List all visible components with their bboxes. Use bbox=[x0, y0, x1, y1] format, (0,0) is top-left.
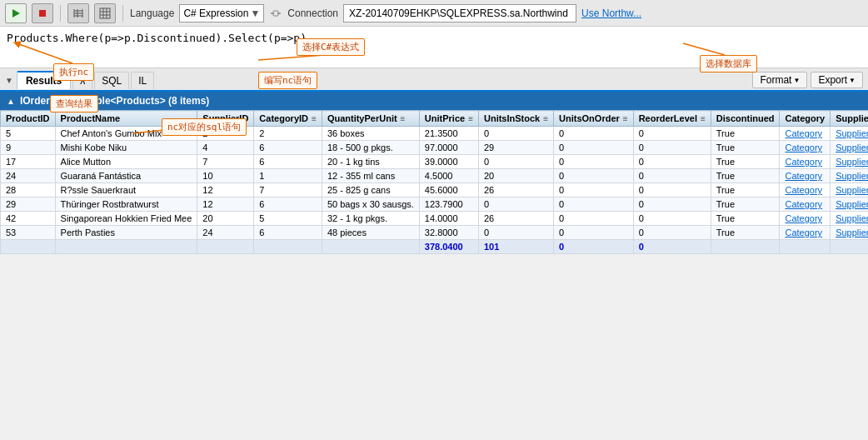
table-cell[interactable]: Category bbox=[780, 198, 831, 212]
table-cell[interactable]: Supplier bbox=[831, 198, 868, 212]
table-cell: Thüringer Rostbratwurst bbox=[55, 198, 197, 212]
table-cell: 26 bbox=[478, 183, 553, 198]
table-cell: 17 bbox=[1, 155, 56, 169]
format-button[interactable]: Format ▼ bbox=[752, 72, 807, 88]
total-cell: 378.0400 bbox=[419, 240, 478, 254]
total-cell bbox=[780, 240, 831, 254]
table-cell[interactable]: Category bbox=[780, 127, 831, 141]
table-cell[interactable]: Category bbox=[780, 183, 831, 198]
table-cell: 0 bbox=[478, 127, 553, 141]
table-cell: 0 bbox=[633, 198, 711, 212]
table-cell: 5 bbox=[254, 212, 322, 226]
table-cell: 0 bbox=[633, 155, 711, 169]
table-cell: 6 bbox=[254, 155, 322, 169]
format-dropdown-arrow: ▼ bbox=[793, 77, 800, 84]
table-cell: 0 bbox=[554, 226, 634, 240]
tab-sql-label: SQL bbox=[102, 75, 122, 87]
total-cell bbox=[197, 240, 254, 254]
table-cell: 4 bbox=[197, 141, 254, 155]
annotation-select-db: 选择数据库 bbox=[700, 55, 757, 72]
use-northwind-link[interactable]: Use Northw... bbox=[581, 8, 641, 19]
export-dropdown-arrow: ▼ bbox=[849, 77, 856, 84]
total-cell bbox=[322, 240, 419, 254]
col-header-qty: QuantityPerUnit bbox=[322, 111, 419, 127]
table-cell: 6 bbox=[254, 226, 322, 240]
table-cell: 6 bbox=[254, 198, 322, 212]
upper-section: Products.Where(p=>p.Discontinued).Select… bbox=[0, 27, 868, 68]
total-cell: 0 bbox=[633, 240, 711, 254]
table-cell: 36 boxes bbox=[322, 127, 419, 141]
table-cell: 0 bbox=[633, 169, 711, 183]
table-cell: 7 bbox=[254, 183, 322, 198]
table-cell[interactable]: Supplier bbox=[831, 169, 868, 183]
table-cell[interactable]: Supplier bbox=[831, 212, 868, 226]
table-cell: True bbox=[711, 212, 780, 226]
table-cell[interactable]: Supplier bbox=[831, 183, 868, 198]
annotation-write-nc: 编写nc语句 bbox=[258, 72, 317, 89]
grid-body: 5Chef Anton's Gumbo Mix2236 boxes21.3500… bbox=[1, 127, 869, 254]
table-row: 5Chef Anton's Gumbo Mix2236 boxes21.3500… bbox=[1, 127, 869, 141]
svg-line-14 bbox=[17, 43, 72, 63]
language-dropdown-arrow: ▼ bbox=[250, 8, 260, 19]
code-area[interactable]: Products.Where(p=>p.Discontinued).Select… bbox=[0, 27, 868, 68]
col-header-reorder: ReorderLevel bbox=[633, 111, 711, 127]
connection-value: XZ-20140709EHKP\SQLEXPRESS.sa.Northwind bbox=[349, 8, 568, 19]
total-cell: 0 bbox=[554, 240, 634, 254]
table-cell: 28 bbox=[1, 183, 56, 198]
table-view-button[interactable] bbox=[94, 3, 116, 23]
table-cell: 7 bbox=[197, 155, 254, 169]
table-cell[interactable]: Category bbox=[780, 141, 831, 155]
export-label: Export bbox=[818, 74, 847, 86]
tabs-right-actions: Format ▼ Export ▼ bbox=[752, 72, 863, 88]
table-cell: 97.0000 bbox=[419, 141, 478, 155]
table-cell: 29 bbox=[478, 141, 553, 155]
stop-button[interactable] bbox=[32, 3, 53, 23]
grid-header-bar: ▲ IOrderedQueryable<Products> (8 items) bbox=[0, 92, 868, 110]
results-table: ProductID ProductName SupplierID Categor… bbox=[0, 110, 868, 254]
export-button[interactable]: Export ▼ bbox=[811, 72, 863, 88]
table-cell: 14.0000 bbox=[419, 212, 478, 226]
connection-select[interactable]: XZ-20140709EHKP\SQLEXPRESS.sa.Northwind bbox=[343, 4, 576, 22]
table-cell: Guaraná Fantástica bbox=[55, 169, 197, 183]
language-select[interactable]: C# Expression ▼ bbox=[179, 4, 264, 22]
col-header-categoryid: CategoryID bbox=[254, 111, 322, 127]
table-cell: True bbox=[711, 127, 780, 141]
table-cell: True bbox=[711, 226, 780, 240]
execute-run-button[interactable] bbox=[5, 3, 27, 23]
table-cell[interactable]: Supplier bbox=[831, 226, 868, 240]
total-cell bbox=[831, 240, 868, 254]
table-cell[interactable]: Category bbox=[780, 155, 831, 169]
table-cell: 24 bbox=[197, 226, 254, 240]
table-cell: 42 bbox=[1, 212, 56, 226]
table-cell: 24 bbox=[1, 169, 56, 183]
table-cell: 0 bbox=[478, 198, 553, 212]
table-cell: 18 - 500 g pkgs. bbox=[322, 141, 419, 155]
table-row: 29Thüringer Rostbratwurst12650 bags x 30… bbox=[1, 198, 869, 212]
table-cell[interactable]: Supplier bbox=[831, 155, 868, 169]
svg-rect-1 bbox=[39, 10, 46, 17]
table-cell: 0 bbox=[554, 155, 634, 169]
annotation-select-expression: 选择C#表达式 bbox=[297, 38, 365, 56]
grid-container[interactable]: ProductID ProductName SupplierID Categor… bbox=[0, 110, 868, 440]
table-cell: 53 bbox=[1, 226, 56, 240]
annotation-nc-sql: nc对应的sql语句 bbox=[162, 118, 247, 136]
table-cell[interactable]: Category bbox=[780, 169, 831, 183]
table-cell: True bbox=[711, 183, 780, 198]
table-cell: 1 bbox=[254, 169, 322, 183]
table-cell[interactable]: Category bbox=[780, 226, 831, 240]
expand-icon[interactable]: ▼ bbox=[5, 76, 13, 85]
table-cell: 32.8000 bbox=[419, 226, 478, 240]
col-header-supplier: Supplier bbox=[831, 111, 868, 127]
toolbar: Language C# Expression ▼ Connection XZ-2… bbox=[0, 0, 868, 27]
table-cell: Mishi Kobe Niku bbox=[55, 141, 197, 155]
table-cell[interactable]: Supplier bbox=[831, 141, 868, 155]
table-cell[interactable]: Category bbox=[780, 212, 831, 226]
tab-il[interactable]: IL bbox=[131, 72, 154, 89]
language-value: C# Expression bbox=[183, 8, 248, 19]
grid-collapse-toggle[interactable]: ▲ bbox=[7, 97, 15, 106]
grid-view-button[interactable] bbox=[67, 3, 89, 23]
table-cell: 0 bbox=[554, 212, 634, 226]
annotation-query-result: 查询结果 bbox=[50, 95, 98, 112]
tab-sql[interactable]: SQL bbox=[94, 72, 129, 89]
table-cell[interactable]: Supplier bbox=[831, 127, 868, 141]
